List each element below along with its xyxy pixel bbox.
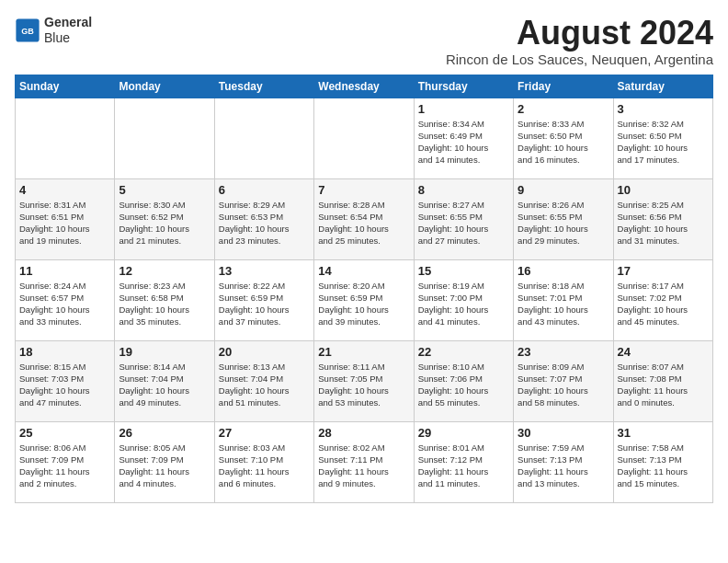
day-info: Sunrise: 8:25 AMSunset: 6:56 PMDaylight:… — [618, 199, 709, 247]
day-info: Sunrise: 8:23 AMSunset: 6:58 PMDaylight:… — [119, 280, 210, 328]
day-info: Sunrise: 8:03 AMSunset: 7:10 PMDaylight:… — [219, 442, 310, 490]
calendar-cell: 9Sunrise: 8:26 AMSunset: 6:55 PMDaylight… — [514, 178, 613, 259]
day-info: Sunrise: 8:02 AMSunset: 7:11 PMDaylight:… — [318, 442, 409, 490]
calendar-cell: 24Sunrise: 8:07 AMSunset: 7:08 PMDayligh… — [613, 340, 712, 421]
day-number: 8 — [418, 183, 509, 197]
day-number: 5 — [119, 183, 210, 197]
calendar-cell — [214, 98, 313, 178]
calendar-cell: 25Sunrise: 8:06 AMSunset: 7:09 PMDayligh… — [16, 421, 115, 502]
calendar-cell: 27Sunrise: 8:03 AMSunset: 7:10 PMDayligh… — [214, 421, 313, 502]
calendar-cell: 31Sunrise: 7:58 AMSunset: 7:13 PMDayligh… — [613, 421, 712, 502]
day-info: Sunrise: 7:58 AMSunset: 7:13 PMDaylight:… — [618, 442, 709, 490]
day-number: 22 — [418, 345, 509, 359]
day-info: Sunrise: 8:24 AMSunset: 6:57 PMDaylight:… — [19, 280, 110, 328]
day-info: Sunrise: 8:06 AMSunset: 7:09 PMDaylight:… — [19, 442, 110, 490]
day-info: Sunrise: 8:31 AMSunset: 6:51 PMDaylight:… — [19, 199, 110, 247]
day-info: Sunrise: 8:22 AMSunset: 6:59 PMDaylight:… — [219, 280, 310, 328]
day-info: Sunrise: 8:34 AMSunset: 6:49 PMDaylight:… — [418, 118, 509, 167]
calendar-cell: 21Sunrise: 8:11 AMSunset: 7:05 PMDayligh… — [314, 340, 414, 421]
day-number: 10 — [618, 183, 709, 197]
calendar-cell: 20Sunrise: 8:13 AMSunset: 7:04 PMDayligh… — [214, 340, 313, 421]
calendar-cell: 29Sunrise: 8:01 AMSunset: 7:12 PMDayligh… — [414, 421, 513, 502]
calendar-cell: 10Sunrise: 8:25 AMSunset: 6:56 PMDayligh… — [613, 178, 712, 259]
day-info: Sunrise: 8:19 AMSunset: 7:00 PMDaylight:… — [418, 280, 509, 328]
calendar-cell: 22Sunrise: 8:10 AMSunset: 7:06 PMDayligh… — [414, 340, 513, 421]
day-info: Sunrise: 8:20 AMSunset: 6:59 PMDaylight:… — [318, 280, 409, 328]
calendar-cell: 17Sunrise: 8:17 AMSunset: 7:02 PMDayligh… — [613, 259, 712, 340]
day-of-week-header: Monday — [115, 75, 214, 98]
day-number: 21 — [318, 345, 409, 359]
day-number: 20 — [219, 345, 310, 359]
day-number: 11 — [19, 264, 110, 278]
day-number: 2 — [518, 102, 609, 116]
calendar-cell: 4Sunrise: 8:31 AMSunset: 6:51 PMDaylight… — [16, 178, 115, 259]
day-number: 16 — [518, 264, 609, 278]
day-number: 27 — [219, 426, 310, 440]
day-number: 18 — [19, 345, 110, 359]
day-info: Sunrise: 8:18 AMSunset: 7:01 PMDaylight:… — [518, 280, 609, 328]
day-number: 9 — [518, 183, 609, 197]
day-number: 26 — [119, 426, 210, 440]
location: Rincon de Los Sauces, Neuquen, Argentina — [446, 52, 713, 67]
day-info: Sunrise: 7:59 AMSunset: 7:13 PMDaylight:… — [518, 442, 609, 490]
logo: GB General Blue — [15, 15, 92, 46]
day-number: 23 — [518, 345, 609, 359]
day-info: Sunrise: 8:11 AMSunset: 7:05 PMDaylight:… — [318, 361, 409, 409]
day-of-week-header: Saturday — [613, 75, 712, 98]
day-number: 3 — [618, 102, 709, 116]
calendar-cell: 12Sunrise: 8:23 AMSunset: 6:58 PMDayligh… — [115, 259, 214, 340]
day-info: Sunrise: 8:05 AMSunset: 7:09 PMDaylight:… — [119, 442, 210, 490]
calendar-cell — [314, 98, 414, 178]
day-number: 7 — [318, 183, 409, 197]
day-info: Sunrise: 8:27 AMSunset: 6:55 PMDaylight:… — [418, 199, 509, 247]
day-of-week-header: Thursday — [414, 75, 513, 98]
day-of-week-header: Tuesday — [214, 75, 313, 98]
day-info: Sunrise: 8:28 AMSunset: 6:54 PMDaylight:… — [318, 199, 409, 247]
day-of-week-header: Friday — [514, 75, 613, 98]
calendar-cell: 1Sunrise: 8:34 AMSunset: 6:49 PMDaylight… — [414, 98, 513, 178]
calendar-cell: 11Sunrise: 8:24 AMSunset: 6:57 PMDayligh… — [16, 259, 115, 340]
day-info: Sunrise: 8:01 AMSunset: 7:12 PMDaylight:… — [418, 442, 509, 490]
day-info: Sunrise: 8:29 AMSunset: 6:53 PMDaylight:… — [219, 199, 310, 247]
day-number: 25 — [19, 426, 110, 440]
calendar-cell: 6Sunrise: 8:29 AMSunset: 6:53 PMDaylight… — [214, 178, 313, 259]
calendar-cell: 16Sunrise: 8:18 AMSunset: 7:01 PMDayligh… — [514, 259, 613, 340]
day-of-week-header: Wednesday — [314, 75, 414, 98]
page-header: GB General Blue August 2024 Rincon de Lo… — [15, 15, 713, 67]
logo-text: General Blue — [44, 15, 92, 46]
day-info: Sunrise: 8:07 AMSunset: 7:08 PMDaylight:… — [618, 361, 709, 409]
calendar-cell: 19Sunrise: 8:14 AMSunset: 7:04 PMDayligh… — [115, 340, 214, 421]
calendar-cell: 13Sunrise: 8:22 AMSunset: 6:59 PMDayligh… — [214, 259, 313, 340]
day-info: Sunrise: 8:30 AMSunset: 6:52 PMDaylight:… — [119, 199, 210, 247]
day-info: Sunrise: 8:17 AMSunset: 7:02 PMDaylight:… — [618, 280, 709, 328]
day-number: 30 — [518, 426, 609, 440]
calendar-cell: 7Sunrise: 8:28 AMSunset: 6:54 PMDaylight… — [314, 178, 414, 259]
day-number: 14 — [318, 264, 409, 278]
title-area: August 2024 Rincon de Los Sauces, Neuque… — [446, 15, 713, 67]
calendar-cell: 28Sunrise: 8:02 AMSunset: 7:11 PMDayligh… — [314, 421, 414, 502]
day-number: 28 — [318, 426, 409, 440]
calendar-cell — [115, 98, 214, 178]
calendar-cell: 23Sunrise: 8:09 AMSunset: 7:07 PMDayligh… — [514, 340, 613, 421]
calendar-cell: 26Sunrise: 8:05 AMSunset: 7:09 PMDayligh… — [115, 421, 214, 502]
calendar-table: SundayMondayTuesdayWednesdayThursdayFrid… — [15, 75, 713, 503]
day-number: 13 — [219, 264, 310, 278]
calendar-cell: 18Sunrise: 8:15 AMSunset: 7:03 PMDayligh… — [16, 340, 115, 421]
day-info: Sunrise: 8:14 AMSunset: 7:04 PMDaylight:… — [119, 361, 210, 409]
day-info: Sunrise: 8:33 AMSunset: 6:50 PMDaylight:… — [518, 118, 609, 167]
day-info: Sunrise: 8:10 AMSunset: 7:06 PMDaylight:… — [418, 361, 509, 409]
day-number: 12 — [119, 264, 210, 278]
day-number: 1 — [418, 102, 509, 116]
calendar-cell: 5Sunrise: 8:30 AMSunset: 6:52 PMDaylight… — [115, 178, 214, 259]
day-number: 4 — [19, 183, 110, 197]
calendar-cell: 15Sunrise: 8:19 AMSunset: 7:00 PMDayligh… — [414, 259, 513, 340]
day-number: 19 — [119, 345, 210, 359]
day-number: 24 — [618, 345, 709, 359]
calendar-cell: 14Sunrise: 8:20 AMSunset: 6:59 PMDayligh… — [314, 259, 414, 340]
calendar-cell: 2Sunrise: 8:33 AMSunset: 6:50 PMDaylight… — [514, 98, 613, 178]
svg-text:GB: GB — [21, 27, 34, 36]
day-info: Sunrise: 8:13 AMSunset: 7:04 PMDaylight:… — [219, 361, 310, 409]
day-number: 29 — [418, 426, 509, 440]
calendar-cell: 30Sunrise: 7:59 AMSunset: 7:13 PMDayligh… — [514, 421, 613, 502]
day-number: 15 — [418, 264, 509, 278]
